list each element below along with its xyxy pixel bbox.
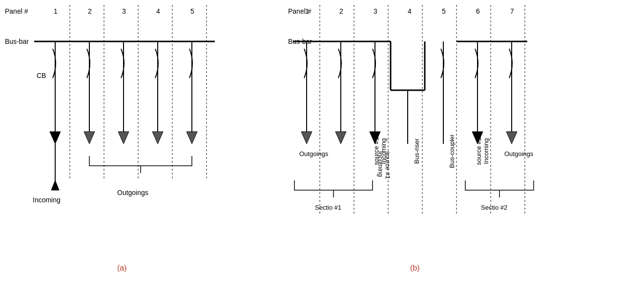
incoming-up-arrow [51, 180, 59, 190]
busriser-label: Bus-riser [413, 138, 420, 164]
section2-bracket [465, 180, 534, 197]
outgoing-arrow-left-4 [152, 132, 163, 144]
incoming-src2-line1: Incoming [482, 138, 490, 164]
panel-num-right-6: 6 [476, 7, 480, 15]
panel-num-left-5: 5 [190, 7, 194, 15]
outgoings-label-left: Outgoings [117, 189, 148, 196]
section2-label: Sectio #2 [481, 204, 507, 211]
section1-label: Sectio #1 [315, 204, 341, 211]
incoming-src1-line1: Incoming [380, 138, 387, 164]
outgoing-arrow-right-1 [301, 132, 312, 144]
outgoing-arrow-right-2 [335, 132, 346, 144]
outgoing-arrow-right-7 [506, 132, 517, 144]
outgoings-right-1-label: Outgoings [299, 150, 329, 157]
panel-num-right-3: 3 [374, 7, 377, 15]
incoming-src1-line2: source #1 [373, 137, 380, 165]
panel-num-left-3: 3 [122, 7, 126, 15]
incoming-arrow-left [50, 132, 61, 144]
panel-num-left-2: 2 [88, 7, 92, 15]
cb-label: CB [37, 72, 46, 79]
outgoings-bracket-left [89, 156, 192, 173]
buscoupler-label: Bus-coupler [448, 134, 456, 168]
outgoing-arrow-left-3 [118, 132, 129, 144]
panel-label-left: Panel # [5, 7, 28, 15]
busbar-label-right: Bus-bar [288, 38, 312, 45]
diagram-b-label: (b) [410, 264, 420, 272]
panel-num-right-7: 7 [510, 7, 514, 15]
outgoing-arrow-left-2 [84, 132, 95, 144]
outgoings-right-2-label: Outgoings [504, 150, 534, 157]
diagram-a-label: (a) [117, 264, 127, 272]
incoming-src2-line2: source #2 [475, 137, 482, 165]
panel-num-right-2: 2 [339, 7, 343, 15]
panel-num-left-4: 4 [156, 7, 160, 15]
outgoing-arrow-left-5 [187, 132, 197, 144]
section1-bracket [294, 180, 373, 197]
incoming-label: Incoming [33, 196, 61, 204]
busbar-label-left: Bus-bar [5, 38, 29, 45]
panel-num-right-5: 5 [442, 7, 446, 15]
panel-num-left-1: 1 [54, 7, 58, 15]
panel-num-right-1: 1 [305, 7, 309, 15]
panel-num-right-4: 4 [408, 7, 412, 15]
